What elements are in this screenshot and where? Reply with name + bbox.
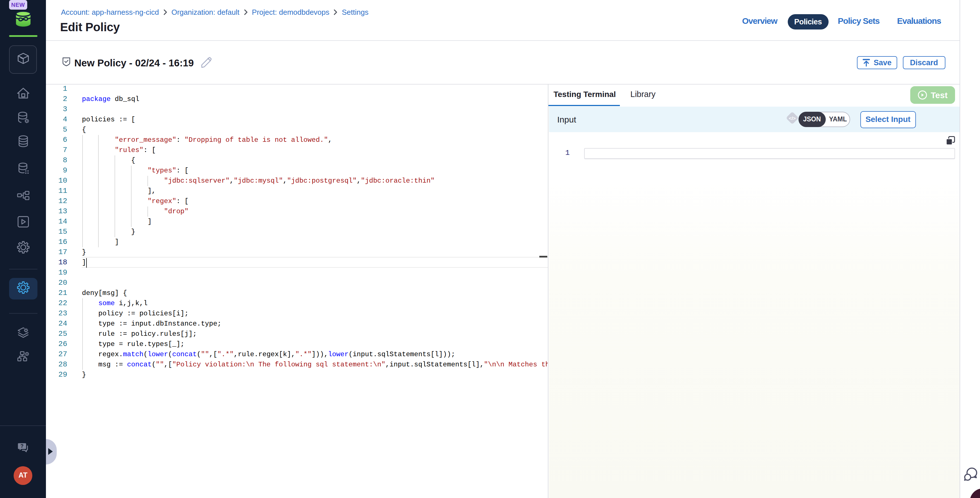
svg-text:?: ? bbox=[20, 443, 23, 449]
svg-text:</>: </> bbox=[789, 116, 796, 121]
